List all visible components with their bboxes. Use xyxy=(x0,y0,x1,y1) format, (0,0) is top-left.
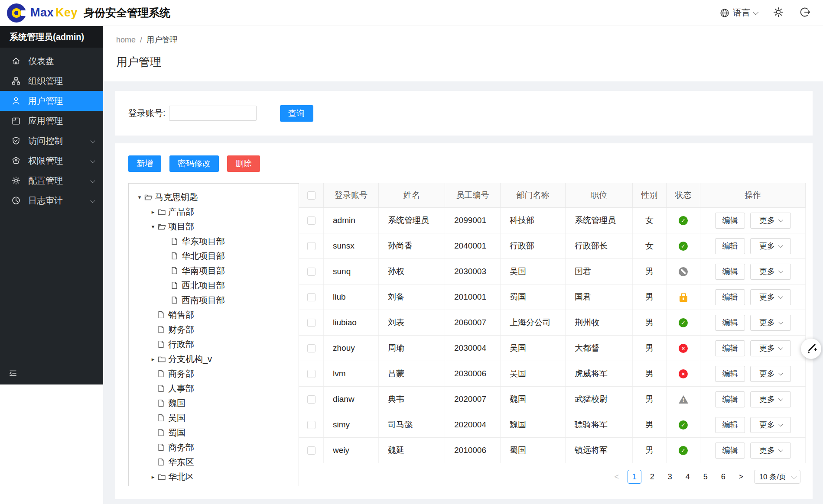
tree-node[interactable]: 华东区 xyxy=(131,455,296,469)
tree-node[interactable]: 财务部 xyxy=(131,322,296,337)
row-checkbox[interactable] xyxy=(307,395,316,404)
tree-node[interactable]: 西南项目部 xyxy=(131,293,296,307)
edit-button[interactable]: 编辑 xyxy=(715,238,745,254)
chevron-down-icon xyxy=(90,198,95,203)
edit-button[interactable]: 编辑 xyxy=(715,417,745,433)
prev-page-button[interactable]: < xyxy=(610,470,624,484)
tree-node[interactable]: 行政部 xyxy=(131,337,296,352)
more-button[interactable]: 更多 xyxy=(750,417,791,433)
row-checkbox[interactable] xyxy=(307,293,316,301)
tree-node[interactable]: 商务部 xyxy=(131,366,296,381)
edit-button[interactable]: 编辑 xyxy=(715,315,745,331)
file-icon xyxy=(171,267,182,275)
page-button-2[interactable]: 2 xyxy=(645,470,659,484)
add-button[interactable]: 新增 xyxy=(128,155,161,172)
tree-node[interactable]: ▾项目部 xyxy=(131,219,296,234)
next-page-button[interactable]: > xyxy=(734,470,748,484)
tree-node[interactable]: 魏国 xyxy=(131,396,296,410)
breadcrumb-home-link[interactable]: home xyxy=(116,36,136,45)
file-icon xyxy=(171,281,182,289)
col-department: 部门名称 xyxy=(501,183,566,207)
sidebar-item-1[interactable]: 组织管理 xyxy=(0,71,103,91)
sidebar-item-6[interactable]: 配置管理 xyxy=(0,171,103,191)
row-checkbox[interactable] xyxy=(307,370,316,378)
sidebar-item-4[interactable]: 访问控制 xyxy=(0,131,103,151)
row-checkbox[interactable] xyxy=(307,216,316,225)
more-button[interactable]: 更多 xyxy=(750,366,791,382)
edit-button[interactable]: 编辑 xyxy=(715,289,745,305)
edit-button[interactable]: 编辑 xyxy=(715,366,745,382)
sidebar-item-7[interactable]: 日志审计 xyxy=(0,191,103,210)
change-password-button[interactable]: 密码修改 xyxy=(169,155,219,172)
more-button[interactable]: 更多 xyxy=(750,315,791,331)
assistant-fab-button[interactable] xyxy=(801,339,821,359)
row-checkbox[interactable] xyxy=(307,446,316,455)
tree-node[interactable]: 蜀国 xyxy=(131,425,296,440)
tree-node-label: 华东项目部 xyxy=(182,236,225,247)
page-button-3[interactable]: 3 xyxy=(663,470,677,484)
row-checkbox[interactable] xyxy=(307,344,316,352)
sidebar-item-2[interactable]: 用户管理 xyxy=(0,91,103,111)
collapse-sidebar-button[interactable] xyxy=(9,369,17,379)
cell-username: zhouy xyxy=(324,336,379,361)
tree-node[interactable]: 华东项目部 xyxy=(131,234,296,249)
tree-node[interactable]: 华北项目部 xyxy=(131,249,296,263)
sidebar-item-0[interactable]: 仪表盘 xyxy=(0,51,103,71)
language-menu[interactable]: 语言 xyxy=(719,7,757,19)
page-size-select[interactable]: 10 条/页 xyxy=(754,470,800,484)
tree-node[interactable]: ▸分支机构_v xyxy=(131,352,296,366)
tree-node[interactable]: ▸产品部 xyxy=(131,204,296,219)
page-button-6[interactable]: 6 xyxy=(716,470,730,484)
row-checkbox[interactable] xyxy=(307,319,316,327)
more-button[interactable]: 更多 xyxy=(750,340,791,356)
chevron-down-icon xyxy=(90,178,95,183)
login-account-input[interactable] xyxy=(169,106,257,121)
settings-button[interactable] xyxy=(773,6,784,19)
query-button[interactable]: 查询 xyxy=(280,105,313,122)
page-button-5[interactable]: 5 xyxy=(699,470,712,484)
row-checkbox[interactable] xyxy=(307,242,316,250)
tree-node[interactable]: 人事部 xyxy=(131,381,296,396)
tree-caret-icon[interactable]: ▾ xyxy=(148,223,158,230)
tree-node[interactable]: ▸华南区 xyxy=(131,484,296,486)
more-button[interactable]: 更多 xyxy=(750,264,791,280)
row-checkbox[interactable] xyxy=(307,421,316,429)
page-button-4[interactable]: 4 xyxy=(681,470,695,484)
tree-caret-icon[interactable]: ▾ xyxy=(135,194,144,200)
tree-caret-icon[interactable]: ▸ xyxy=(148,356,158,362)
folder-open-icon xyxy=(144,194,155,201)
tree-node[interactable]: 吴国 xyxy=(131,410,296,425)
chevron-down-icon xyxy=(778,243,783,248)
tree-node[interactable]: ▸华北区 xyxy=(131,469,296,484)
page-button-1[interactable]: 1 xyxy=(628,470,641,484)
tree-caret-icon[interactable]: ▸ xyxy=(148,209,158,215)
more-button[interactable]: 更多 xyxy=(750,213,791,229)
tree-caret-icon[interactable]: ▸ xyxy=(148,474,158,480)
select-all-checkbox[interactable] xyxy=(307,191,316,200)
edit-button[interactable]: 编辑 xyxy=(715,264,745,280)
sidebar-item-3[interactable]: 应用管理 xyxy=(0,111,103,131)
tree-node[interactable]: ▾马克思钥匙 xyxy=(131,190,296,204)
page-header: home / 用户管理 用户管理 xyxy=(103,26,823,81)
edit-button[interactable]: 编辑 xyxy=(715,443,745,459)
edit-button[interactable]: 编辑 xyxy=(715,391,745,407)
main-content: home / 用户管理 用户管理 登录账号: 查询 新增 密码修改 删除 ▾马克… xyxy=(103,26,823,504)
edit-button[interactable]: 编辑 xyxy=(715,340,745,356)
more-button[interactable]: 更多 xyxy=(750,391,791,407)
tree-node[interactable]: 华南项目部 xyxy=(131,263,296,278)
delete-button[interactable]: 删除 xyxy=(227,155,260,172)
sidebar-item-label: 权限管理 xyxy=(28,155,63,167)
edit-button[interactable]: 编辑 xyxy=(715,213,745,229)
tree-node[interactable]: 商务部 xyxy=(131,440,296,455)
tree-node[interactable]: 西北项目部 xyxy=(131,278,296,293)
more-button[interactable]: 更多 xyxy=(750,238,791,254)
more-button[interactable]: 更多 xyxy=(750,289,791,305)
chevron-down-icon xyxy=(791,473,797,479)
sidebar-item-5[interactable]: 权限管理 xyxy=(0,151,103,171)
more-button[interactable]: 更多 xyxy=(750,443,791,459)
tree-node[interactable]: 销售部 xyxy=(131,307,296,322)
row-checkbox[interactable] xyxy=(307,268,316,276)
sidebar-item-label: 仪表盘 xyxy=(28,55,54,67)
cell-position: 虎威将军 xyxy=(566,361,633,386)
logout-button[interactable] xyxy=(800,6,811,19)
